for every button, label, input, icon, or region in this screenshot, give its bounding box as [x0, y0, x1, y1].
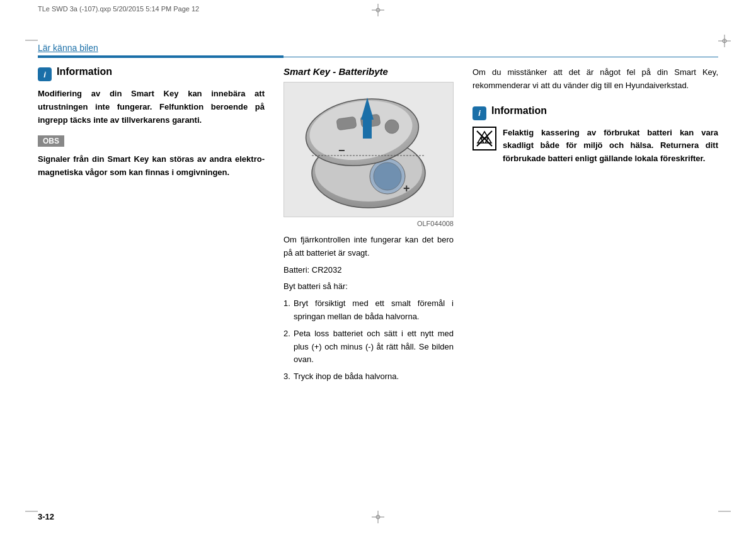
mid-column: Smart Key - Batteribyte	[277, 66, 460, 496]
image-caption: OLF044008	[284, 220, 454, 227]
mid-text-1: Om fjärrkontrollen inte fungerar kan det…	[284, 234, 454, 260]
svg-text:−: −	[338, 144, 345, 157]
section-header-line	[284, 57, 718, 57]
crosshair-bottom-center	[372, 511, 384, 525]
replace-label: Byt batteri så här:	[284, 280, 454, 293]
info-box-1: i Information	[38, 66, 265, 81]
smart-key-illustration: + −	[287, 85, 450, 214]
crosshair-left-bottom	[25, 506, 38, 515]
info-body-1: Modifiering av din Smart Key kan innebär…	[38, 88, 265, 127]
info-title-2: Information	[491, 105, 547, 116]
section-header-blue-bar	[38, 55, 284, 58]
right-text-1: Om du misstänker att det är något fel på…	[472, 66, 718, 93]
recycle-text: Felaktig kassering av förbrukat batteri …	[503, 127, 718, 166]
main-content: i Information Modifiering av din Smart K…	[38, 66, 718, 496]
smart-key-image: + −	[284, 82, 454, 217]
steps-list: 1. Bryt försiktigt med ett smalt föremål…	[284, 297, 454, 383]
recycle-icon	[472, 127, 496, 151]
section-header	[38, 55, 718, 58]
svg-rect-17	[363, 116, 372, 139]
list-item: 2. Peta loss batteriet och sätt i ett ny…	[284, 327, 454, 366]
battery-label: Batteri: CR2032	[284, 264, 454, 277]
svg-rect-13	[336, 116, 357, 130]
obs-text: Signaler från din Smart Key kan störas a…	[38, 153, 265, 179]
crosshair-left-top	[25, 35, 38, 44]
crosshair-right-bottom	[718, 506, 731, 515]
obs-label: OBS	[38, 135, 64, 147]
page-number: 3-12	[38, 512, 54, 521]
file-info: TLe SWD 3a (-107).qxp 5/20/2015 5:14 PM …	[38, 5, 199, 13]
list-item: 3. Tryck ihop de båda halvorna.	[284, 370, 454, 383]
svg-text:+: +	[403, 182, 410, 195]
crosshair-right-top	[718, 35, 731, 49]
crosshair-top-center	[372, 4, 384, 18]
section-title: Lär känna bilen	[38, 43, 98, 53]
svg-marker-23	[481, 132, 488, 138]
crossed-recycle-icon	[475, 129, 494, 148]
info-icon-1: i	[38, 67, 52, 81]
smart-key-title: Smart Key - Batteribyte	[284, 66, 454, 77]
list-item: 1. Bryt försiktigt med ett smalt föremål…	[284, 297, 454, 324]
svg-point-10	[374, 162, 401, 190]
recycle-info: Felaktig kassering av förbrukat batteri …	[472, 127, 718, 166]
info-title-1: Information	[57, 66, 112, 77]
info-icon-2: i	[472, 106, 486, 120]
right-column: Om du misstänker att det är något fel på…	[460, 66, 718, 496]
info-box-2: i Information	[472, 105, 718, 120]
left-column: i Information Modifiering av din Smart K…	[38, 66, 277, 496]
